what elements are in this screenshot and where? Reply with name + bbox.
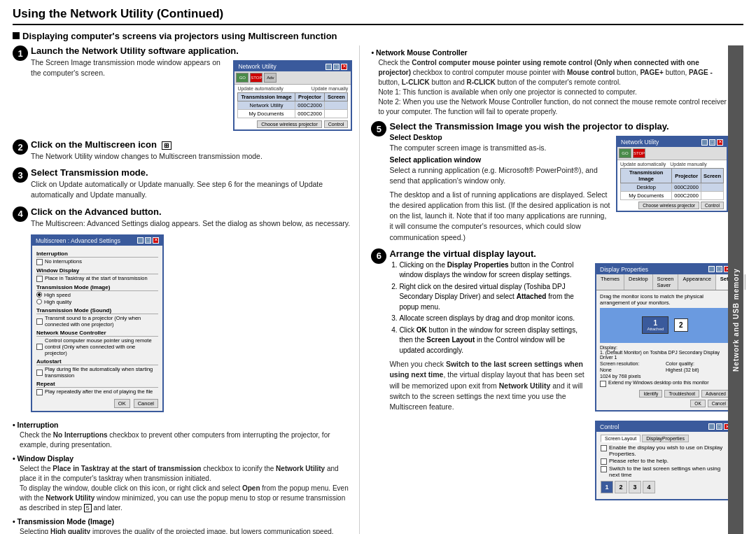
ctrl-title: Control	[600, 423, 619, 430]
nu-adv-btn[interactable]: Adv	[264, 73, 276, 83]
bullet-mouse-controller: Network Mouse Controller Check the Contr…	[371, 48, 728, 117]
dp-ok-btn[interactable]: OK	[690, 400, 705, 407]
dp-troubleshoot-btn[interactable]: Troubleshoot	[664, 390, 699, 398]
ctrl-num-1[interactable]: 1	[601, 481, 613, 493]
dp-monitor-1: 1 Attached	[642, 316, 668, 334]
nu-labels: Update automatically Update manually	[237, 86, 348, 91]
page-container: Using the Network Utility (Continued) Di…	[0, 0, 756, 534]
control-dialog: Control _ □ ✕	[595, 421, 735, 500]
nu-control-btn[interactable]: Control	[324, 120, 349, 128]
radio-high-speed[interactable]	[36, 292, 42, 297]
bullet-trans-image-title: Transmission Mode (Image)	[13, 517, 352, 526]
ctrl-num-2[interactable]: 2	[615, 481, 627, 493]
ctrl-cb3: Switch to the last screen settings when …	[601, 465, 729, 478]
bullet-interruption: Interruption Check the No Interruptions …	[13, 421, 352, 450]
step5-choose-btn[interactable]: Choose wireless projector	[638, 202, 699, 209]
step5-nu-min[interactable]: _	[701, 139, 708, 146]
radio-high-quality[interactable]	[36, 299, 42, 304]
ctrl-num-4[interactable]: 4	[643, 481, 655, 493]
step-5-title: Select the Transmission Image you wish t…	[389, 121, 728, 132]
nu-stop-btn[interactable]: STOP	[250, 73, 262, 83]
cb-switch-last[interactable]	[601, 466, 607, 472]
ms-opt-repeat: Play repeatedly after the end of playing…	[36, 388, 158, 395]
ctrl-max-btn[interactable]: □	[716, 423, 722, 430]
step-3-title: Select Transmission mode.	[31, 167, 352, 178]
bullet-trans-image: Transmission Mode (Image) Selecting High…	[13, 517, 352, 534]
ms-ok-btn[interactable]: OK	[114, 399, 130, 408]
cb-mouse-ctrl[interactable]	[36, 344, 43, 350]
step5-go-btn[interactable]: GO	[619, 148, 631, 158]
cb-extend-display[interactable]	[600, 381, 606, 387]
dp-min-btn[interactable]: _	[708, 266, 715, 272]
step-6-list: Clicking on the Display Properties butto…	[399, 260, 589, 356]
step5-nu-close[interactable]: ✕	[717, 139, 723, 146]
bullet-interruption-title: Interruption	[13, 421, 352, 429]
nu-go-btn[interactable]: GO	[236, 73, 248, 83]
ms-close-btn[interactable]: ✕	[153, 237, 159, 244]
ms-maximize-btn[interactable]: □	[145, 237, 151, 244]
bullet-mouse-body: Check the Control computer mouse pointer…	[378, 58, 728, 117]
dp-highest-label: Highest (32 bit)	[666, 367, 730, 372]
dp-monitor-area: 1 Attached 2	[600, 308, 730, 343]
ctrl-tab-display-props[interactable]: DisplayProperties	[642, 435, 689, 442]
cb-refer-help[interactable]	[601, 458, 607, 465]
nu-table: Transmission Image Projector Screen Netw…	[237, 92, 348, 118]
dp-max-btn[interactable]: □	[716, 266, 722, 272]
nu-choose-wireless-btn[interactable]: Choose wireless projector	[257, 120, 322, 128]
step-1-title: Launch the Network Utility software appl…	[31, 45, 352, 56]
nu-close-btn[interactable]: ✕	[341, 64, 347, 70]
step5-row-desktop: Desktop 000C2000	[621, 183, 724, 192]
step-2-num: 2	[13, 139, 28, 155]
step5-stop-btn[interactable]: STOP	[633, 148, 645, 158]
bullet-sections-left: Interruption Check the No Interruptions …	[13, 421, 352, 534]
ctrl-tab-screen-layout[interactable]: Screen Layout	[601, 435, 640, 442]
step-5-text: Select Desktop The computer screen image…	[389, 133, 612, 243]
nu-minimize-btn[interactable]: _	[326, 64, 332, 70]
ctrl-numbered-boxes: 1 2 3 4	[601, 481, 729, 493]
nu-body: Update automatically Update manually Tra…	[234, 85, 351, 129]
ctrl-num-3[interactable]: 3	[629, 481, 641, 493]
ms-cancel-btn[interactable]: Cancel	[134, 399, 158, 408]
step5-nu-table: Transmission Image Projector Screen Desk	[620, 168, 724, 200]
dp-display-info: Display: 1. (Default Monitor) on Toshiba…	[600, 345, 730, 360]
step5-nu-max[interactable]: □	[709, 139, 715, 146]
nu-col-screen: Screen	[325, 93, 348, 101]
ctrl-enable-label: Enable the display you wish to use on Di…	[609, 444, 729, 457]
step-5-extra: The desktop and a list of running applic…	[389, 190, 612, 243]
step-6: 6 Arrange the virtual display layout. Cl…	[371, 248, 728, 503]
step-6-item-2: Right click on the desired virtual displ…	[399, 282, 589, 313]
nu-dialog-title: Network Utility	[238, 63, 276, 70]
step5-col-image: Transmission Image	[621, 169, 672, 183]
ctrl-help-label: Please refer to the help.	[609, 458, 668, 464]
nu-row2-image: My Documents	[238, 110, 295, 118]
cb-enable-display[interactable]	[601, 445, 607, 451]
bullet-interruption-body: Check the No Interruptions checkbox to p…	[20, 430, 352, 450]
step5-ctrl-btn[interactable]: Control	[701, 202, 724, 209]
ms-opt-mouse-ctrl: Control computer mouse pointer using rem…	[36, 337, 158, 356]
dp-tab-appearance[interactable]: Appearance	[678, 274, 715, 290]
ms-win-btns: _ □ ✕	[137, 237, 159, 244]
dp-identify-btn[interactable]: Identify	[639, 390, 662, 398]
cb-repeat[interactable]	[36, 389, 43, 395]
step-6-extra: When you check Switch to the last screen…	[389, 359, 589, 412]
dp-advanced-btn[interactable]: Advanced	[701, 390, 730, 398]
dp-color-label: Color quality:	[666, 361, 730, 366]
ctrl-cb2: Please refer to the help.	[601, 458, 729, 465]
step5-mydocs-proj: 000C2000	[672, 192, 701, 200]
step5-labels: Update automatically Update manually	[620, 162, 724, 167]
dp-win-btns: _ □ ✕	[708, 266, 730, 272]
dp-cancel-btn2[interactable]: Cancel	[708, 400, 730, 407]
nu-maximize-btn[interactable]: □	[333, 64, 340, 70]
dp-tab-desktop[interactable]: Desktop	[624, 274, 653, 290]
dp-tab-themes[interactable]: Themes	[596, 274, 624, 290]
cb-no-interruptions[interactable]	[36, 259, 43, 265]
ctrl-min-btn[interactable]: _	[708, 423, 715, 430]
cb-transmit-sound[interactable]	[36, 318, 43, 325]
cb-place-tasktray[interactable]	[36, 276, 43, 282]
ms-minimize-btn[interactable]: _	[137, 237, 144, 244]
cb-autostart[interactable]	[36, 370, 43, 376]
dp-action-btns: Identify Troubleshoot Advanced	[600, 390, 730, 398]
step-5-num: 5	[371, 121, 386, 136]
dp-tab-screensaver[interactable]: Screen Saver	[653, 274, 679, 290]
ms-section-repeat: Repeat	[36, 381, 158, 388]
